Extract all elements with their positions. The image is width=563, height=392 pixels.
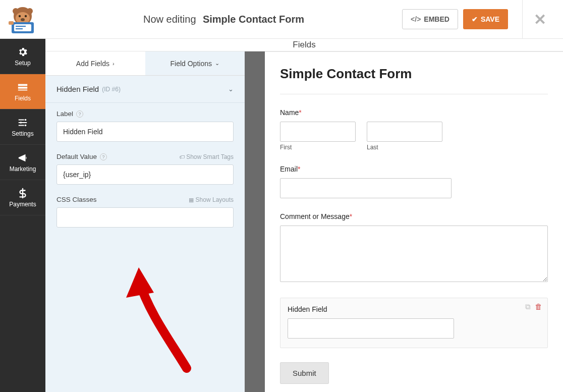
svg-rect-13: [18, 87, 27, 89]
email-label: Email*: [280, 165, 548, 173]
svg-point-3: [25, 15, 27, 17]
svg-point-2: [19, 15, 21, 17]
svg-point-16: [20, 122, 22, 124]
divider-column: [245, 51, 265, 392]
field-section-header[interactable]: Hidden Field (ID #6) ⌄: [45, 76, 245, 103]
side-nav: Setup Fields Settings Marketing Payments: [0, 39, 45, 392]
trash-icon[interactable]: 🗑: [535, 302, 542, 311]
wpforms-logo: [0, 0, 45, 39]
help-icon[interactable]: ?: [100, 153, 107, 160]
svg-rect-14: [18, 89, 27, 90]
nav-label: Marketing: [10, 165, 36, 173]
svg-rect-9: [16, 26, 26, 27]
svg-point-4: [21, 18, 25, 21]
show-smart-tags[interactable]: 🏷 Show Smart Tags: [179, 153, 234, 160]
svg-point-5: [13, 8, 19, 14]
first-name-input[interactable]: [280, 122, 356, 142]
header-title: Now editing Simple Contact Form: [45, 14, 402, 25]
code-icon: </>: [411, 15, 421, 23]
comment-label: Comment or Message*: [280, 212, 548, 220]
nav-marketing[interactable]: Marketing: [0, 145, 45, 180]
nav-setup[interactable]: Setup: [0, 39, 45, 74]
chevron-right-icon: ›: [112, 61, 115, 67]
svg-point-17: [25, 124, 27, 126]
tag-icon: 🏷: [179, 154, 185, 160]
show-layouts[interactable]: ▦ Show Layouts: [189, 196, 234, 203]
annotation-arrow: [111, 262, 217, 378]
nav-fields[interactable]: Fields: [0, 74, 45, 109]
embed-button[interactable]: </> EMBED: [402, 9, 458, 29]
panel-title: Fields: [45, 39, 563, 51]
svg-rect-10: [16, 28, 23, 29]
nav-label: Settings: [12, 130, 33, 137]
svg-point-15: [25, 119, 27, 121]
name-label: Name*: [280, 108, 548, 117]
label-label: Label: [57, 110, 73, 118]
submit-button[interactable]: Submit: [280, 362, 329, 384]
nav-label: Setup: [15, 60, 30, 67]
last-name-input[interactable]: [367, 122, 442, 142]
nav-label: Fields: [15, 95, 31, 102]
label-input[interactable]: [57, 122, 234, 142]
svg-point-6: [27, 8, 33, 14]
css-classes-label: CSS Classes: [57, 196, 97, 203]
default-value-label: Default Value: [57, 153, 97, 160]
default-value-input[interactable]: [57, 164, 234, 185]
nav-payments[interactable]: Payments: [0, 180, 45, 215]
tab-add-fields[interactable]: Add Fields›: [45, 51, 145, 75]
chevron-down-icon: ⌄: [215, 60, 219, 67]
chevron-down-icon: ⌄: [228, 85, 234, 93]
check-icon: ✔: [472, 15, 478, 23]
form-preview: Simple Contact Form Name* First Last Ema…: [265, 51, 563, 392]
svg-rect-11: [9, 21, 14, 25]
css-classes-input[interactable]: [57, 207, 234, 228]
duplicate-icon[interactable]: ⧉: [525, 302, 531, 311]
svg-rect-12: [18, 84, 27, 86]
save-button[interactable]: ✔ SAVE: [463, 9, 508, 29]
help-icon[interactable]: ?: [76, 110, 83, 118]
email-input[interactable]: [280, 178, 452, 198]
nav-label: Payments: [9, 201, 36, 208]
hidden-field-input[interactable]: [288, 318, 454, 339]
hidden-field-block[interactable]: ⧉ 🗑 Hidden Field: [280, 298, 548, 348]
tab-field-options[interactable]: Field Options⌄: [145, 51, 245, 75]
hidden-field-label: Hidden Field: [288, 305, 540, 313]
form-title: Simple Contact Form: [280, 66, 548, 82]
comment-textarea[interactable]: [280, 226, 548, 282]
grid-icon: ▦: [189, 197, 194, 203]
nav-settings[interactable]: Settings: [0, 109, 45, 145]
svg-rect-8: [14, 24, 31, 31]
close-icon[interactable]: ✕: [530, 11, 550, 28]
